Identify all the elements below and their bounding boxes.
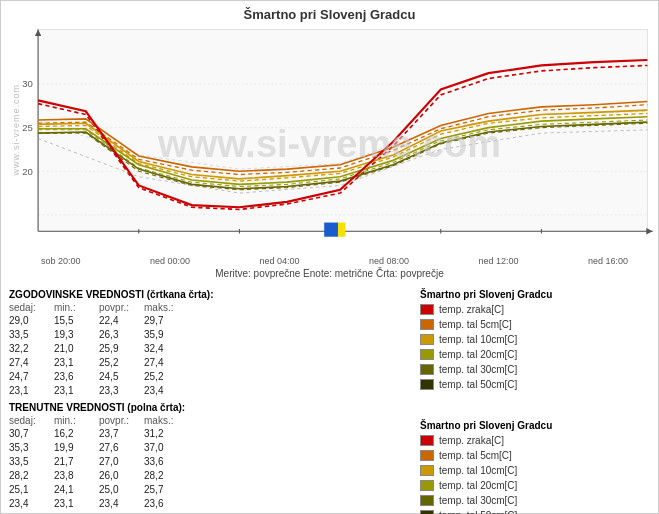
legend-color-box [420,465,434,476]
watermark-side: www.si-vreme.com [11,84,21,176]
legend-item: temp. tal 20cm[C] [420,478,650,493]
legend-label: temp. tal 30cm[C] [439,493,517,508]
tre-row-3: 28,2 23,8 26,0 28,2 [9,469,410,483]
zgo-row-3: 27,4 23,1 25,2 27,4 [9,356,410,370]
chart-svg: 30 25 20 [1,24,658,264]
legend-item: temp. tal 30cm[C] [420,493,650,508]
legend-item: temp. zraka[C] [420,433,650,448]
legend-tre: temp. zraka[C]temp. tal 5cm[C]temp. tal … [420,433,650,514]
legend-label: temp. zraka[C] [439,302,504,317]
tre-row-4: 25,1 24,1 25,0 25,7 [9,483,410,497]
legend-color-box [420,349,434,360]
trenutne-header: TRENUTNE VREDNOSTI (polna črta): [9,402,410,413]
legend-color-box [420,480,434,491]
zgo-row-5: 23,1 23,1 23,3 23,4 [9,384,410,398]
zgo-row-1: 33,5 19,3 26,3 35,9 [9,328,410,342]
legend-color-box [420,435,434,446]
legend-item: temp. tal 5cm[C] [420,448,650,463]
chart-area: www.si-vreme.com www.si-vreme.com 30 25 … [1,24,658,264]
legend-item: temp. tal 20cm[C] [420,347,650,362]
legend-label: temp. tal 20cm[C] [439,347,517,362]
svg-text:30: 30 [22,78,33,89]
right-title-zgo: Šmartno pri Slovenj Gradcu [420,289,650,300]
svg-rect-18 [338,229,345,237]
legend-item: temp. tal 10cm[C] [420,332,650,347]
tre-row-2: 33,5 21,7 27,0 33,6 [9,455,410,469]
svg-marker-10 [646,228,652,235]
tre-row-0: 30,7 16,2 23,7 31,2 [9,427,410,441]
legend-item: temp. tal 30cm[C] [420,362,650,377]
col-min: min.: [54,302,99,313]
svg-rect-0 [38,29,647,231]
meritve-label: Meritve: povprečne Enote: metrične Črta:… [1,266,658,281]
data-left: ZGODOVINSKE VREDNOSTI (črtkana črta): se… [9,285,410,514]
tre-row-5: 23,4 23,1 23,4 23,6 [9,497,410,511]
legend-label: temp. tal 5cm[C] [439,448,512,463]
legend-label: temp. tal 20cm[C] [439,478,517,493]
svg-rect-19 [338,223,345,230]
legend-color-box [420,450,434,461]
col-min-t: min.: [54,415,99,426]
col-povpr: povpr.: [99,302,144,313]
legend-item: temp. zraka[C] [420,302,650,317]
legend-color-box [420,319,434,330]
chart-title: Šmartno pri Slovenj Gradcu [1,1,658,24]
legend-color-box [420,510,434,514]
data-right: Šmartno pri Slovenj Gradcu temp. zraka[C… [420,285,650,514]
legend-color-box [420,379,434,390]
col-headers-zgo: sedaj: min.: povpr.: maks.: [9,302,410,313]
legend-label: temp. tal 30cm[C] [439,362,517,377]
col-sedaj: sedaj: [9,302,54,313]
legend-label: temp. tal 10cm[C] [439,463,517,478]
legend-color-box [420,495,434,506]
zgodovinske-header: ZGODOVINSKE VREDNOSTI (črtkana črta): [9,289,410,300]
legend-label: temp. tal 5cm[C] [439,317,512,332]
main-container: Šmartno pri Slovenj Gradcu www.si-vreme.… [0,0,659,514]
col-maks-t: maks.: [144,415,189,426]
legend-color-box [420,364,434,375]
col-sedaj-t: sedaj: [9,415,54,426]
legend-label: temp. tal 50cm[C] [439,508,517,514]
legend-label: temp. tal 10cm[C] [439,332,517,347]
svg-rect-17 [324,223,338,237]
col-maks: maks.: [144,302,189,313]
legend-item: temp. tal 5cm[C] [420,317,650,332]
legend-label: temp. zraka[C] [439,433,504,448]
legend-label: temp. tal 50cm[C] [439,377,517,392]
zgo-row-2: 32,2 21,0 25,9 32,4 [9,342,410,356]
data-section: ZGODOVINSKE VREDNOSTI (črtkana črta): se… [1,281,658,514]
col-headers-tre: sedaj: min.: povpr.: maks.: [9,415,410,426]
right-title-tre: Šmartno pri Slovenj Gradcu [420,420,650,431]
col-povpr-t: povpr.: [99,415,144,426]
svg-text:20: 20 [22,165,33,176]
legend-item: temp. tal 50cm[C] [420,377,650,392]
tre-row-1: 35,3 19,9 27,6 37,0 [9,441,410,455]
zgo-row-4: 24,7 23,6 24,5 25,2 [9,370,410,384]
legend-zgo: temp. zraka[C]temp. tal 5cm[C]temp. tal … [420,302,650,392]
legend-item: temp. tal 10cm[C] [420,463,650,478]
legend-color-box [420,334,434,345]
zgo-row-0: 29,0 15,5 22,4 29,7 [9,314,410,328]
legend-color-box [420,304,434,315]
svg-text:25: 25 [22,122,33,133]
legend-item: temp. tal 50cm[C] [420,508,650,514]
